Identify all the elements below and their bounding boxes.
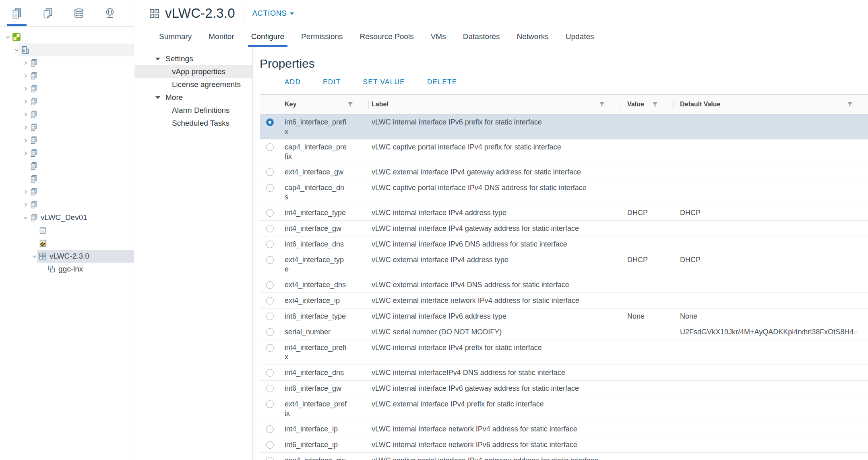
table-row[interactable]: cap4_interface_gwvLWC captive portal int…: [260, 453, 868, 460]
column-header-key[interactable]: Key: [280, 95, 368, 114]
table-row[interactable]: ext4_interface_dnsvLWC external interfac…: [260, 277, 868, 293]
row-radio[interactable]: [266, 281, 274, 289]
chevron-right-icon[interactable]: [21, 151, 30, 156]
nav-item-scheduled-tasks[interactable]: Scheduled Tasks: [134, 117, 252, 130]
column-header-label[interactable]: Label: [368, 95, 620, 114]
tab-resource-pools[interactable]: Resource Pools: [351, 27, 422, 47]
tab-configure[interactable]: Configure: [243, 27, 293, 47]
chevron-right-icon[interactable]: [21, 86, 30, 91]
chevron-down-icon[interactable]: [21, 215, 30, 220]
table-row[interactable]: int6_interface_dnsvLWC internal interfac…: [260, 236, 868, 252]
chevron-right-icon[interactable]: [21, 73, 30, 79]
table-row[interactable]: int4_interface_dnsvLWC internal interfac…: [260, 365, 868, 381]
chevron-right-icon[interactable]: [21, 125, 30, 130]
nav-item-license-agreements[interactable]: License agreements: [134, 78, 252, 91]
tree-item[interactable]: [0, 224, 134, 237]
table-row[interactable]: cap4_interface_prefixvLWC captive portal…: [260, 139, 868, 164]
row-radio[interactable]: [266, 441, 274, 449]
tree-item[interactable]: [0, 172, 134, 185]
row-radio[interactable]: [266, 297, 274, 305]
tree-item[interactable]: [0, 95, 134, 108]
table-row[interactable]: int6_interface_typevLWC internal interfa…: [260, 309, 868, 324]
tree-item[interactable]: [0, 160, 134, 172]
table-row[interactable]: int4_interface_prefixvLWC internal inter…: [260, 340, 868, 365]
tree-item[interactable]: [0, 108, 134, 121]
tree-item-vlwc-dev01[interactable]: vLWC_Dev01: [0, 211, 134, 224]
table-row[interactable]: ext4_interface_ipvLWC external interface…: [260, 293, 868, 309]
tree-item[interactable]: [0, 237, 134, 250]
table-row[interactable]: int6_interface_ipvLWC internal interface…: [260, 437, 868, 453]
table-row[interactable]: ext4_interface_typevLWC external interfa…: [260, 252, 868, 277]
column-header-default-value[interactable]: Default Value: [673, 95, 868, 114]
chevron-right-icon[interactable]: [21, 138, 30, 143]
table-row[interactable]: int4_interface_gwvLWC internal interface…: [260, 221, 868, 236]
row-radio[interactable]: [266, 168, 274, 176]
nav-item-vapp-properties[interactable]: vApp properties: [134, 65, 252, 78]
chevron-right-icon[interactable]: [21, 99, 30, 104]
table-row[interactable]: cap4_interface_dnsvLWC captive portal in…: [260, 180, 868, 205]
table-row[interactable]: ext4_interface_prefixvLWC external inter…: [260, 396, 868, 421]
tree-item[interactable]: [0, 147, 134, 160]
row-radio[interactable]: [266, 425, 274, 433]
tab-permissions[interactable]: Permissions: [293, 27, 351, 47]
tree-item[interactable]: [0, 121, 134, 134]
chevron-down-icon[interactable]: [3, 35, 12, 40]
nav-group-more[interactable]: More: [134, 91, 252, 104]
row-radio[interactable]: [266, 328, 274, 336]
filter-icon[interactable]: [847, 102, 853, 107]
row-radio[interactable]: [266, 385, 274, 392]
tree-item[interactable]: [0, 82, 134, 95]
table-row[interactable]: serial_numbervLWC serial number (DO NOT …: [260, 324, 868, 340]
toolbar-button-add[interactable]: ADD: [285, 78, 301, 86]
tree-item[interactable]: [0, 185, 134, 198]
row-radio[interactable]: [266, 143, 274, 151]
column-header-value[interactable]: Value: [620, 95, 673, 114]
filter-icon[interactable]: [652, 102, 658, 107]
tab-updates[interactable]: Updates: [557, 27, 603, 47]
toolbar-button-edit[interactable]: EDIT: [323, 78, 341, 86]
nav-group-settings[interactable]: Settings: [134, 52, 252, 65]
tree-item[interactable]: [0, 69, 134, 82]
tree-item[interactable]: [0, 56, 134, 69]
row-radio[interactable]: [266, 313, 274, 320]
row-radio[interactable]: [266, 118, 274, 126]
nav-tab-storage[interactable]: [63, 0, 94, 27]
row-radio[interactable]: [266, 184, 274, 192]
actions-button[interactable]: ACTIONS: [252, 9, 294, 18]
tree-item-ggc-lnx[interactable]: ggc-lnx: [0, 263, 134, 276]
filter-icon[interactable]: [347, 102, 353, 107]
nav-tab-hosts-and-clusters[interactable]: [1, 0, 32, 27]
table-row[interactable]: ext4_interface_gwvLWC external interface…: [260, 164, 868, 180]
table-row[interactable]: int4_interface_ipvLWC internal interface…: [260, 421, 868, 437]
chevron-right-icon[interactable]: [21, 202, 30, 207]
chevron-down-icon[interactable]: [12, 48, 21, 53]
nav-tab-networks[interactable]: [94, 0, 125, 27]
tab-networks[interactable]: Networks: [508, 27, 557, 47]
row-radio[interactable]: [266, 256, 274, 264]
table-row[interactable]: int4_interface_typevLWC internal interfa…: [260, 205, 868, 221]
tree-item-vlwc-2-3-0[interactable]: vLWC-2.3.0: [0, 250, 134, 263]
row-radio[interactable]: [266, 457, 274, 460]
filter-icon[interactable]: [599, 102, 605, 107]
table-row[interactable]: int6_interface_gwvLWC internal interface…: [260, 381, 868, 396]
tab-monitor[interactable]: Monitor: [200, 27, 242, 47]
row-radio[interactable]: [266, 209, 274, 217]
tree-item[interactable]: [0, 134, 134, 147]
tab-vms[interactable]: VMs: [422, 27, 455, 47]
chevron-right-icon[interactable]: [21, 112, 30, 117]
row-radio[interactable]: [266, 369, 274, 377]
tab-datastores[interactable]: Datastores: [455, 27, 508, 47]
tree-item[interactable]: [0, 198, 134, 211]
nav-item-alarm-definitions[interactable]: Alarm Definitions: [134, 104, 252, 117]
toolbar-button-delete[interactable]: DELETE: [427, 78, 457, 86]
tree-item[interactable]: [0, 31, 134, 44]
row-radio[interactable]: [266, 344, 274, 352]
tree-item[interactable]: [0, 44, 134, 56]
chevron-down-icon[interactable]: [30, 254, 39, 259]
tab-summary[interactable]: Summary: [151, 27, 200, 47]
chevron-right-icon[interactable]: [21, 60, 30, 66]
toolbar-button-set-value[interactable]: SET VALUE: [363, 78, 405, 86]
row-radio[interactable]: [266, 225, 274, 232]
row-radio[interactable]: [266, 240, 274, 248]
nav-tab-vms-and-templates[interactable]: [32, 0, 63, 27]
